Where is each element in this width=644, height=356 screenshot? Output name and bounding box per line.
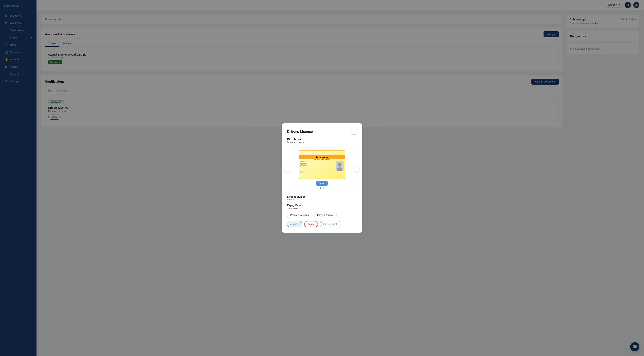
licence-card: Driver Licence New South Wales, Australi… <box>299 150 345 179</box>
modal-person-info: Elon Musk Drivers Licence <box>287 138 357 144</box>
modal-action-row-1: Previous Versions Move to Archive <box>287 212 357 218</box>
svg-point-1 <box>338 163 342 167</box>
expiry-date-label: Expiry Date <box>287 204 357 207</box>
modal-title: Drivers Licence <box>287 130 313 134</box>
expiry-date-value: 24-9-2024 <box>287 207 357 210</box>
licence-header-bar: Driver Licence <box>299 155 345 159</box>
dot-1 <box>320 187 322 189</box>
reject-button[interactable]: Reject <box>304 221 318 227</box>
approve-button[interactable]: Approve <box>287 221 302 227</box>
licence-details: Licence Number 123123 Expiry Date 24-9-2… <box>287 195 357 210</box>
licence-number-value: 123123 <box>287 199 357 201</box>
licence-image: Driver Licence New South Wales, Australi… <box>299 150 345 179</box>
licence-fields: 9 999 S ENNIAL PLAZA ZABETH ST ILLS 2010… <box>300 161 334 173</box>
licence-subtext: New South Wales, Australia <box>314 159 330 160</box>
move-to-archive-button[interactable]: Move to Archive <box>314 212 337 218</box>
document-preview: ‹ Driver Licence New South Wales, Austra… <box>287 147 357 192</box>
person-name: Elon Musk <box>287 138 357 141</box>
drivers-licence-modal: Drivers Licence × Elon Musk Drivers Lice… <box>282 123 362 233</box>
doc-dots <box>320 187 324 189</box>
doc-nav-prev-button[interactable]: ‹ <box>284 166 290 173</box>
modal-action-row-2: Approve Reject Edit Certificate <box>287 221 357 227</box>
licence-number-label: Licence Number <box>287 195 357 198</box>
modal-header: Drivers Licence × <box>287 129 357 135</box>
modal-close-button[interactable]: × <box>351 129 357 135</box>
previous-versions-button[interactable]: Previous Versions <box>287 212 312 218</box>
person-doc-type: Drivers Licence <box>287 141 357 144</box>
dot-2 <box>322 187 324 189</box>
view-doc-button[interactable]: View <box>316 181 328 186</box>
edit-certificate-button[interactable]: Edit Certificate <box>320 221 342 227</box>
licence-photo <box>336 161 344 171</box>
licence-body: 9 999 S ENNIAL PLAZA ZABETH ST ILLS 2010… <box>299 160 345 174</box>
doc-nav-next-button[interactable]: › <box>354 166 360 173</box>
modal-overlay[interactable]: Drivers Licence × Elon Musk Drivers Lice… <box>0 0 644 356</box>
